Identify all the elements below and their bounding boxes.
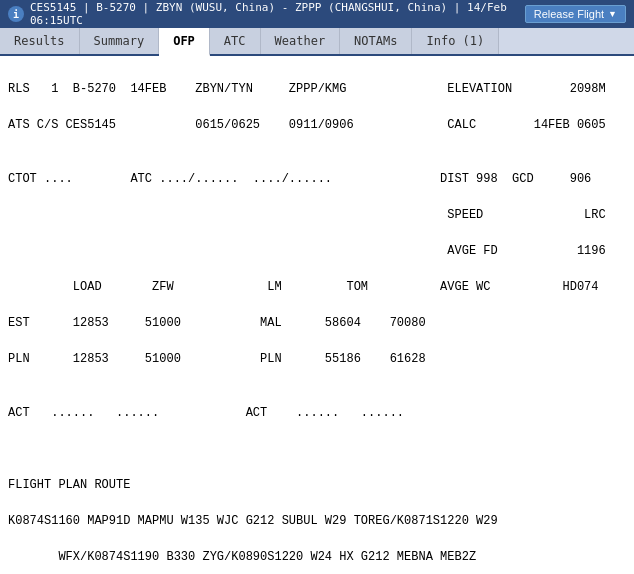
info-icon: i <box>8 6 24 22</box>
line-avge-fd: AVGE FD 1196 <box>8 242 626 260</box>
line-fpr-header: FLIGHT PLAN ROUTE <box>8 476 626 494</box>
line-act: ACT ...... ...... ACT ...... ...... <box>8 404 626 422</box>
tab-atc[interactable]: ATC <box>210 28 261 54</box>
line-pln: PLN 12853 51000 PLN 55186 61628 <box>8 350 626 368</box>
line-est: EST 12853 51000 MAL 58604 70080 <box>8 314 626 332</box>
tab-notams[interactable]: NOTAMs <box>340 28 412 54</box>
line-ctot: CTOT .... ATC ..../...... ..../...... DI… <box>8 170 626 188</box>
tab-summary[interactable]: Summary <box>80 28 160 54</box>
line-route2: WFX/K0874S1190 B330 ZYG/K0890S1220 W24 H… <box>8 548 626 566</box>
tab-bar: Results Summary OFP ATC Weather NOTAMs I… <box>0 28 634 56</box>
release-flight-button[interactable]: Release Flight ▼ <box>525 5 626 23</box>
main-content[interactable]: RLS 1 B-5270 14FEB ZBYN/TYN ZPPP/KMG ELE… <box>0 56 634 574</box>
tab-results[interactable]: Results <box>0 28 80 54</box>
line-load-header: LOAD ZFW LM TOM AVGE WC HD074 <box>8 278 626 296</box>
line-speed: SPEED LRC <box>8 206 626 224</box>
header-title: CES5145 | B-5270 | ZBYN (WUSU, China) - … <box>30 1 525 27</box>
tab-info[interactable]: Info (1) <box>412 28 499 54</box>
ofp-content: RLS 1 B-5270 14FEB ZBYN/TYN ZPPP/KMG ELE… <box>8 62 626 574</box>
line-route1: K0874S1160 MAP91D MAPMU W135 WJC G212 SU… <box>8 512 626 530</box>
line-rls: RLS 1 B-5270 14FEB ZBYN/TYN ZPPP/KMG ELE… <box>8 80 626 98</box>
release-flight-label: Release Flight <box>534 8 604 20</box>
line-ats: ATS C/S CES5145 0615/0625 0911/0906 CALC… <box>8 116 626 134</box>
tab-ofp[interactable]: OFP <box>159 28 210 56</box>
tab-weather[interactable]: Weather <box>261 28 341 54</box>
dropdown-arrow-icon: ▼ <box>608 9 617 19</box>
header-bar: i CES5145 | B-5270 | ZBYN (WUSU, China) … <box>0 0 634 28</box>
